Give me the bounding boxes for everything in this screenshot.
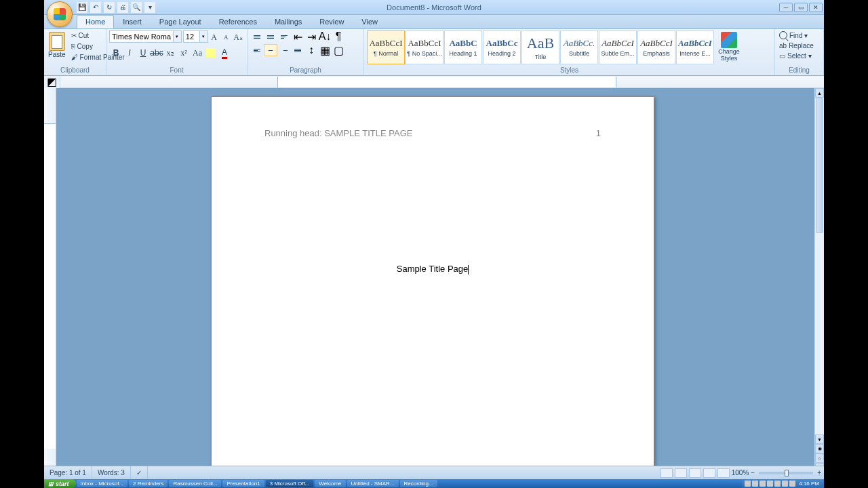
tab-mailings[interactable]: Mailings [266,15,311,28]
subscript-button[interactable]: x₂ [163,46,177,60]
view-web-layout[interactable] [689,468,701,478]
replace-button[interactable]: abReplace [778,41,821,50]
tray-icon[interactable] [782,481,788,487]
system-tray[interactable]: 4:16 PM [742,479,824,488]
change-styles-button[interactable]: Change Styles [715,30,743,66]
sort-button[interactable]: A↓ [318,30,332,43]
status-spell[interactable]: ✓ [131,466,148,479]
taskbar-item[interactable]: Welcome [315,480,345,487]
style---normal[interactable]: AaBbCcI¶ Normal [367,30,405,64]
tray-icon[interactable] [745,481,751,487]
office-button[interactable] [47,1,73,27]
font-size-input[interactable] [183,30,200,43]
tray-icon[interactable] [789,481,795,487]
page[interactable]: Running head: SAMPLE TITLE PAGE 1 Sample… [211,96,654,472]
underline-button[interactable]: U [136,46,150,60]
taskbar-item[interactable]: 3 Microsoft Off... [266,480,314,487]
vertical-ruler[interactable] [44,88,56,472]
status-page[interactable]: Page: 1 of 1 [44,466,92,479]
zoom-slider[interactable] [759,472,813,474]
style-title[interactable]: AaBTitle [521,30,559,64]
ruler-corner[interactable]: ◩ [44,76,60,88]
select-button[interactable]: ▭Select ▾ [778,52,821,60]
taskbar-item[interactable]: Untitled - SMAR... [347,480,399,487]
prev-page-button[interactable]: ◉ [815,444,824,453]
browse-object-button[interactable]: ○ [815,453,824,463]
style-subtitle[interactable]: AaBbCc.Subtitle [560,30,598,64]
numbering-button[interactable] [264,30,277,43]
style-subtle-em---[interactable]: AaBbCcISubtle Em... [599,30,637,64]
close-button[interactable]: ✕ [809,3,823,12]
scroll-down-button[interactable]: ▼ [815,434,824,444]
tray-icon[interactable] [767,481,773,487]
horizontal-ruler[interactable] [60,77,824,87]
font-name-input[interactable] [109,30,174,43]
font-color-button[interactable]: A [218,46,231,60]
clock[interactable]: 4:16 PM [797,481,821,487]
find-button[interactable]: Find ▾ [778,30,821,40]
qat-print[interactable]: 🖨 [117,2,128,13]
tray-icon[interactable] [760,481,766,487]
align-left-button[interactable] [250,44,264,56]
status-words[interactable]: Words: 3 [92,466,131,479]
zoom-out-button[interactable]: − [751,469,755,476]
justify-button[interactable] [291,44,304,56]
qat-save[interactable]: 💾 [77,2,87,13]
view-print-layout[interactable] [660,468,673,478]
page-body[interactable]: Sample Title Page [264,264,601,274]
zoom-level[interactable]: 100% [732,469,749,476]
qat-undo[interactable]: ↶ [90,2,101,13]
tab-references[interactable]: References [210,15,266,28]
shrink-font-button[interactable]: A [220,30,232,44]
tab-insert[interactable]: Insert [114,15,151,28]
scroll-thumb[interactable] [816,98,823,233]
taskbar-item[interactable]: Presentation1 [222,480,264,487]
tab-review[interactable]: Review [311,15,353,28]
scroll-up-button[interactable]: ▲ [815,88,824,98]
style-intense-e---[interactable]: AaBbCcIIntense E... [676,30,714,64]
increase-indent-button[interactable]: ⇥ [304,30,318,43]
style-heading-2[interactable]: AaBbCcHeading 2 [483,30,521,64]
align-center-button[interactable] [264,44,277,56]
grow-font-button[interactable]: A [208,30,220,44]
qat-redo[interactable]: ↻ [104,2,115,13]
superscript-button[interactable]: x² [177,46,191,60]
taskbar-item[interactable]: Rasmussen Coll... [169,480,221,487]
taskbar-item[interactable]: Recording... [400,480,437,487]
tab-home[interactable]: Home [77,15,114,28]
borders-button[interactable]: ▢ [332,44,345,56]
taskbar-item[interactable]: 2 Reminders [129,480,167,487]
maximize-button[interactable]: ▭ [794,3,808,12]
qat-more[interactable]: ▾ [144,2,155,13]
align-right-button[interactable] [277,44,291,56]
tray-icon[interactable] [752,481,758,487]
shading-button[interactable]: ▦ [318,44,332,56]
zoom-in-button[interactable]: + [817,469,821,476]
tray-icon[interactable] [774,481,781,487]
style---no-spaci---[interactable]: AaBbCcI¶ No Spaci... [406,30,443,64]
decrease-indent-button[interactable]: ⇤ [291,30,304,43]
view-full-screen[interactable] [675,468,687,478]
highlight-button[interactable] [204,46,218,60]
bold-button[interactable]: B [109,46,123,60]
font-size-dropdown[interactable]: ▾ [200,30,208,43]
bullets-button[interactable] [250,30,264,43]
paste-button[interactable]: Paste [47,30,67,66]
view-draft[interactable] [717,468,730,478]
strikethrough-button[interactable]: abc [150,46,163,60]
clear-formatting-button[interactable]: Aₓ [232,30,244,44]
line-spacing-button[interactable]: ↕ [304,44,318,56]
minimize-button[interactable]: ─ [779,3,793,12]
style-heading-1[interactable]: AaBbCHeading 1 [444,30,482,64]
show-marks-button[interactable]: ¶ [332,30,345,43]
taskbar-item[interactable]: Inbox - Microsof... [77,480,128,487]
start-button[interactable]: ⊞start [44,479,76,488]
view-outline[interactable] [703,468,715,478]
document-area[interactable]: Running head: SAMPLE TITLE PAGE 1 Sample… [44,88,814,472]
qat-preview[interactable]: 🔍 [131,2,142,13]
style-emphasis[interactable]: AaBbCcIEmphasis [637,30,675,64]
tab-view[interactable]: View [353,15,387,28]
font-name-dropdown[interactable]: ▾ [174,30,182,43]
vertical-scrollbar[interactable]: ▲ ▼ ◉ ○ ◉ [814,88,824,472]
change-case-button[interactable]: Aa [191,46,204,60]
